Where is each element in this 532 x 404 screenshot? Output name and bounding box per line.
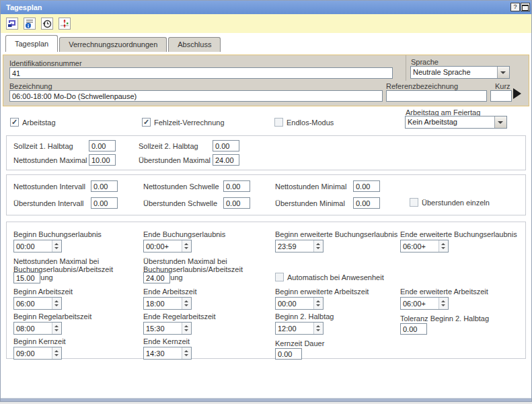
nettostunden-max-erweiterung-input[interactable] xyxy=(13,272,40,283)
spinner-buttons[interactable] xyxy=(52,240,61,252)
details-button[interactable] xyxy=(24,18,36,30)
sollzeit-2-halbtag-input[interactable] xyxy=(213,140,239,152)
beginn-arbeitszeit-input[interactable] xyxy=(14,298,54,309)
history-button[interactable] xyxy=(41,18,53,30)
ueberstunden-einzeln-checkbox-label: Überstunden einzeln xyxy=(422,199,490,207)
beginn-erweiterte-buchungserlaubnis-input[interactable] xyxy=(276,240,316,252)
nettostunden-schwelle-label: Nettostunden Schwelle xyxy=(143,182,219,191)
spinner-buttons[interactable] xyxy=(439,298,448,309)
tab-abschluss[interactable]: Abschluss xyxy=(168,37,221,52)
sollzeiten-group: Sollzeit 1. Halbtag Sollzeit 2. Halbtag … xyxy=(6,135,526,170)
tab-tagesplan[interactable]: Tagesplan xyxy=(5,35,58,52)
zeiten-group: Beginn Buchungserlaubnis Ende Buchungser… xyxy=(6,222,526,359)
spin-down-icon xyxy=(54,304,59,306)
toleranz-beginn-2-halbtag-input[interactable] xyxy=(400,323,427,335)
nettostunden-minimal-input[interactable] xyxy=(353,180,380,192)
referenzbezeichnung-label: Referenzbezeichnung xyxy=(386,82,458,90)
ueberstunden-einzeln-checkbox[interactable] xyxy=(410,198,418,207)
beginn-2-halbtag-spinner[interactable] xyxy=(275,322,324,335)
beginn-arbeitszeit-spinner[interactable] xyxy=(13,297,62,310)
beginn-kernzeit-input[interactable] xyxy=(14,347,54,359)
timeline-button[interactable] xyxy=(59,18,71,30)
tagesplan-window: Tagesplan ? xyxy=(0,0,532,402)
ende-arbeitszeit-label: Ende Arbeitszeit xyxy=(143,288,197,296)
beginn-erweiterte-arbeitszeit-spinner[interactable] xyxy=(275,297,324,310)
kernzeit-dauer-input[interactable] xyxy=(275,348,302,360)
ueberstunden-intervall-input[interactable] xyxy=(91,197,118,209)
ueberstunden-minimal-input[interactable] xyxy=(353,197,380,209)
beginn-arbeitszeit-label: Beginn Arbeitszeit xyxy=(13,288,73,296)
identifikationsnummer-input[interactable] xyxy=(9,67,393,79)
fehlzeit-verrechnung-checkbox[interactable]: ✓ xyxy=(142,118,151,127)
spin-down-icon xyxy=(184,247,188,249)
ende-kernzeit-spinner[interactable] xyxy=(143,347,192,360)
spinner-buttons[interactable] xyxy=(182,298,191,309)
arbeitstag-checkbox[interactable]: ✓ xyxy=(10,118,19,127)
ende-erweiterte-arbeitszeit-input[interactable] xyxy=(401,298,441,309)
spin-down-icon xyxy=(441,247,445,249)
kurz-input[interactable] xyxy=(490,90,512,102)
beginn-erweiterte-buchungserlaubnis-spinner[interactable] xyxy=(275,240,324,252)
ende-erweiterte-arbeitszeit-spinner[interactable] xyxy=(400,297,449,310)
beginn-regelarbeitszeit-spinner[interactable] xyxy=(13,322,62,335)
automatisch-bei-anwesenheit-checkbox[interactable] xyxy=(275,273,284,281)
ende-kernzeit-input[interactable] xyxy=(144,347,184,359)
nettostunden-maximal-input[interactable] xyxy=(89,154,116,166)
bezeichnung-input[interactable] xyxy=(9,90,383,102)
beginn-erweiterte-arbeitszeit-input[interactable] xyxy=(276,298,316,309)
ende-arbeitszeit-input[interactable] xyxy=(144,298,184,309)
spinner-buttons[interactable] xyxy=(182,347,191,359)
beginn-buchungserlaubnis-spinner[interactable] xyxy=(13,240,62,252)
ueberstunden-maximal-label: Überstunden Maximal xyxy=(139,156,211,164)
sprache-dropdown-button[interactable] xyxy=(497,67,509,78)
ueberstunden-max-erweiterung-input[interactable] xyxy=(143,272,170,283)
titlebar[interactable]: Tagesplan ? xyxy=(1,1,531,14)
nettostunden-schwelle-input[interactable] xyxy=(223,180,250,192)
ende-arbeitszeit-spinner[interactable] xyxy=(143,297,192,310)
nettostunden-intervall-input[interactable] xyxy=(91,180,118,192)
window-button[interactable] xyxy=(521,3,530,11)
beginn-kernzeit-spinner[interactable] xyxy=(13,347,62,360)
ueberstunden-maximal-input[interactable] xyxy=(213,154,239,166)
spinner-buttons[interactable] xyxy=(52,323,61,334)
spinner-buttons[interactable] xyxy=(182,323,191,334)
endlos-modus-checkbox[interactable] xyxy=(274,118,283,127)
beginn-2-halbtag-label: Beginn 2. Halbtag xyxy=(275,312,334,321)
sollzeit-2-halbtag-label: Sollzeit 2. Halbtag xyxy=(139,142,198,150)
sprache-dropdown[interactable]: Neutrale Sprache xyxy=(410,66,510,79)
beginn-buchungserlaubnis-input[interactable] xyxy=(14,240,54,252)
beginn-regelarbeitszeit-input[interactable] xyxy=(14,323,54,334)
sollzeit-1-halbtag-input[interactable] xyxy=(89,140,116,152)
beginn-2-halbtag-input[interactable] xyxy=(276,323,316,334)
ende-regelarbeitszeit-spinner[interactable] xyxy=(143,322,192,335)
fehlzeit-verrechnung-checkbox-label: Fehlzeit-Verrechnung xyxy=(154,119,225,127)
kernzeit-dauer-label: Kernzeit Dauer xyxy=(275,339,324,347)
spinner-buttons[interactable] xyxy=(52,298,61,309)
spinner-buttons[interactable] xyxy=(313,323,323,334)
referenzbezeichnung-input[interactable] xyxy=(386,90,487,102)
spinner-buttons[interactable] xyxy=(439,240,448,252)
ende-regelarbeitszeit-input[interactable] xyxy=(144,323,184,334)
nettostunden-minimal-label: Nettostunden Minimal xyxy=(275,182,346,191)
expand-arrow-icon[interactable] xyxy=(513,88,521,99)
spinner-buttons[interactable] xyxy=(313,240,323,252)
transfer-button[interactable] xyxy=(6,18,18,30)
beginn-buchungserlaubnis-label: Beginn Buchungserlaubnis xyxy=(13,230,102,238)
endlos-modus-checkbox-label: Endlos-Modus xyxy=(287,119,334,127)
spinner-buttons[interactable] xyxy=(52,347,61,359)
tab-verrechnungszuordnungen[interactable]: Verrechnungszuordnungen xyxy=(59,37,167,52)
spinner-buttons[interactable] xyxy=(313,298,323,309)
help-button[interactable]: ? xyxy=(510,3,520,11)
sprache-value: Neutrale Sprache xyxy=(413,67,471,78)
ende-erweiterte-buchungserlaubnis-spinner[interactable] xyxy=(400,240,449,252)
ende-buchungserlaubnis-spinner[interactable] xyxy=(143,240,192,252)
chevron-down-icon xyxy=(498,121,503,124)
ende-erweiterte-buchungserlaubnis-input[interactable] xyxy=(401,240,441,252)
spinner-buttons[interactable] xyxy=(182,240,191,252)
ende-kernzeit-label: Ende Kernzeit xyxy=(143,337,190,345)
sollzeit-1-halbtag-label: Sollzeit 1. Halbtag xyxy=(13,142,73,150)
ueberstunden-schwelle-input[interactable] xyxy=(223,197,250,209)
feiertag-dropdown-button[interactable] xyxy=(494,116,506,128)
feiertag-dropdown[interactable]: Kein Arbeitstag xyxy=(405,116,507,129)
ende-buchungserlaubnis-input[interactable] xyxy=(144,240,184,252)
